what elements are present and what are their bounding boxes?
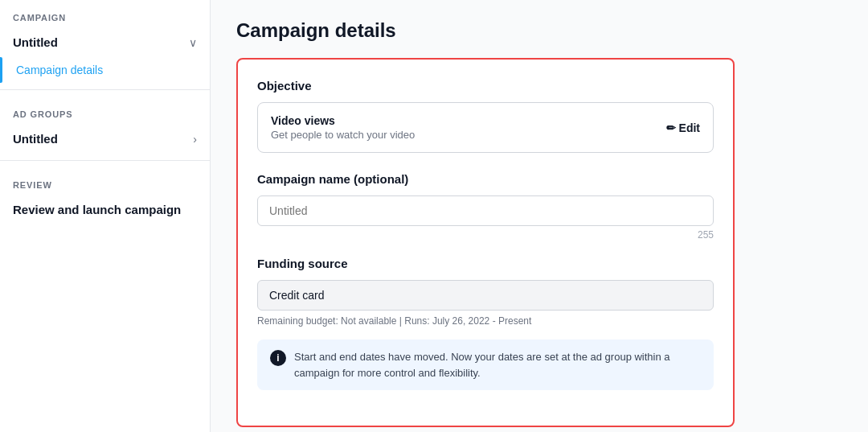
objective-desc: Get people to watch your video	[271, 129, 415, 141]
sidebar-campaign-details-label: Campaign details	[16, 64, 103, 76]
objective-content: Video views Get people to watch your vid…	[271, 114, 415, 141]
campaign-section-label: CAMPAIGN	[0, 0, 210, 27]
campaign-name-label: Campaign name (optional)	[257, 172, 714, 186]
chevron-right-icon: ›	[193, 133, 197, 146]
sidebar-divider-2	[0, 160, 210, 161]
sidebar-campaign-name: Untitled	[13, 35, 58, 49]
objective-section-label: Objective	[257, 79, 714, 93]
sidebar-item-campaign[interactable]: Untitled ∨	[0, 27, 210, 57]
objective-title: Video views	[271, 114, 415, 127]
info-banner: i Start and end dates have moved. Now yo…	[257, 339, 714, 390]
sidebar-ad-group-name: Untitled	[13, 132, 58, 146]
objective-section: Objective Video views Get people to watc…	[257, 79, 714, 153]
info-text: Start and end dates have moved. Now your…	[294, 349, 701, 381]
edit-icon: ✏	[666, 121, 676, 134]
page-title: Campaign details	[236, 19, 842, 42]
sidebar-item-campaign-details[interactable]: Campaign details	[0, 57, 210, 83]
edit-objective-button[interactable]: ✏ Edit	[666, 121, 700, 134]
sidebar-review-label: Review and launch campaign	[13, 203, 181, 216]
funding-source-section: Funding source Remaining budget: Not ava…	[257, 257, 714, 390]
sidebar-divider	[0, 89, 210, 90]
ad-groups-section-label: AD GROUPS	[0, 97, 210, 124]
campaign-details-card: Objective Video views Get people to watc…	[236, 58, 735, 427]
review-section-label: REVIEW	[0, 167, 210, 195]
edit-label: Edit	[679, 121, 700, 134]
sidebar-item-review[interactable]: Review and launch campaign	[0, 195, 210, 224]
sidebar-item-ad-group[interactable]: Untitled ›	[0, 124, 210, 154]
info-icon: i	[270, 350, 286, 366]
funding-source-input[interactable]	[257, 280, 714, 311]
objective-box: Video views Get people to watch your vid…	[257, 102, 714, 153]
funding-source-label: Funding source	[257, 257, 714, 270]
char-count: 255	[257, 229, 714, 241]
funding-meta: Remaining budget: Not available | Runs: …	[257, 315, 714, 327]
main-content: Campaign details Objective Video views G…	[211, 0, 868, 432]
sidebar: CAMPAIGN Untitled ∨ Campaign details AD …	[0, 0, 211, 432]
chevron-down-icon: ∨	[189, 36, 197, 49]
campaign-name-section: Campaign name (optional) 255	[257, 172, 714, 241]
campaign-name-input[interactable]	[257, 195, 714, 226]
